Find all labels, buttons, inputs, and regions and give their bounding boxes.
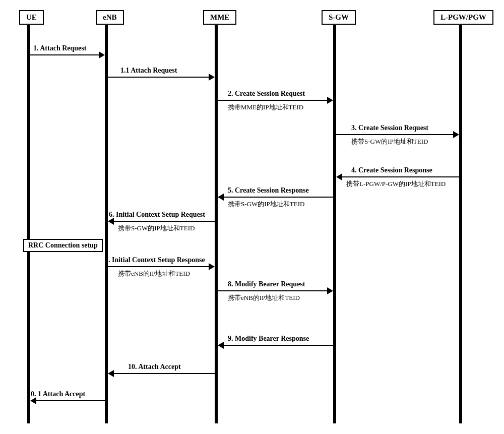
msg-2-sub: 携带MME的IP地址和TEID <box>228 103 303 112</box>
msg-1-1-label: 1.1 Attach Request <box>120 67 177 75</box>
msg-10-label: 10. Attach Accept <box>128 363 181 371</box>
msg-5-sub: 携带S-GW的IP地址和TEID <box>228 200 304 209</box>
msg-5-label: 5. Create Session Response <box>228 187 309 195</box>
msg-6-label: 6. Initial Context Setup Request <box>109 211 205 219</box>
actor-sgw: S-GW <box>322 10 356 25</box>
msg-4-sub: 携带L-PGW/P-GW的IP地址和TEID <box>346 179 446 189</box>
note-rrc: RRC Connection setup <box>23 239 103 252</box>
msg-1-label: 1. Attach Request <box>33 44 86 52</box>
msg-10-1-label: 10. 1 Attach Accept <box>27 390 85 398</box>
msg-4-label: 4. Create Session Response <box>351 166 432 174</box>
actor-enb: eNB <box>96 10 124 25</box>
msg-3-label: 3. Create Session Request <box>351 124 428 132</box>
msg-8-label: 8. Modify Bearer Request <box>228 280 305 288</box>
msg-7-sub: 携带eNB的IP地址和TEID <box>118 269 190 278</box>
msg-9-label: 9. Modify Bearer Response <box>228 335 309 343</box>
lifeline-sgw <box>333 25 336 423</box>
sequence-diagram: UE eNB MME S-GW L-PGW/PGW 1. Attach Requ… <box>10 10 494 423</box>
lifeline-lpgw <box>459 25 462 423</box>
msg-8-sub: 携带eNB的IP地址和TEID <box>228 293 300 302</box>
actor-lpgw: L-PGW/PGW <box>433 10 493 25</box>
lifeline-mme <box>215 25 218 423</box>
msg-3-sub: 携带S-GW的IP地址和TEID <box>351 137 428 146</box>
actor-ue: UE <box>19 10 44 25</box>
lifeline-ue <box>27 25 30 423</box>
msg-7-label: 7. Initial Context Setup Response <box>105 256 205 264</box>
actor-mme: MME <box>203 10 236 25</box>
msg-6-sub: 携带S-GW的IP地址和TEID <box>118 224 195 233</box>
msg-2-label: 2. Create Session Request <box>228 90 305 98</box>
